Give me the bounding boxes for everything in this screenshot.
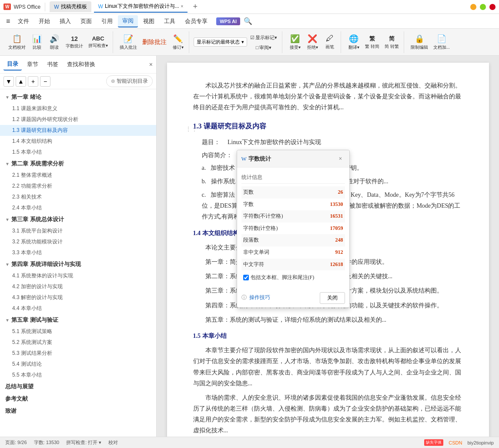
search-icon[interactable]: 🔍 bbox=[244, 17, 252, 25]
menu-view[interactable]: 视图 bbox=[139, 16, 159, 27]
operation-tips-link[interactable]: 操作技巧 bbox=[249, 293, 270, 303]
insert-comment-icon: 📝 bbox=[124, 34, 133, 44]
toc-add-button[interactable]: + bbox=[28, 76, 38, 87]
toc-item-conc[interactable]: 总结与展望 bbox=[0, 381, 156, 393]
toc-item-1-3[interactable]: 1.3 课题研究目标及内容 bbox=[0, 125, 156, 136]
simp-to-trad-button[interactable]: 简 简 转繁 bbox=[382, 34, 401, 51]
toc-item-3-1[interactable]: 3.1 系统平台架构设计 bbox=[0, 226, 156, 236]
compare-button[interactable]: 📊 比较 bbox=[29, 33, 45, 52]
tab-close-icon[interactable]: × bbox=[181, 4, 184, 9]
toc-item-ch5[interactable]: ▼ 第五章 测试与验证 bbox=[0, 314, 156, 326]
menu-file[interactable]: 文件 bbox=[13, 16, 33, 27]
doc-encrypt-button[interactable]: 📄 文档加... bbox=[431, 33, 452, 52]
include-textbox-checkbox[interactable]: 包括文本框、脚注和尾注(F) bbox=[241, 270, 345, 285]
menu-reference[interactable]: 引用 bbox=[97, 16, 117, 27]
toc-conc-label: 总结与展望 bbox=[5, 383, 33, 391]
spell-check-button[interactable]: ABC 拼写检查▾ bbox=[86, 34, 110, 50]
wps-ai-button[interactable]: WPS AI bbox=[216, 17, 240, 25]
track-changes-button[interactable]: ✏️ 修订▾ bbox=[170, 33, 186, 52]
toc-item-2-3[interactable]: 2.3 相关技术 bbox=[0, 192, 156, 202]
hamburger-menu[interactable]: ≡ bbox=[3, 16, 13, 27]
toc-item-5-1[interactable]: 5.1 系统测试策略 bbox=[0, 326, 156, 337]
doc-check-button[interactable]: 📋 文档校对 bbox=[6, 33, 28, 52]
sidebar-tab-toc[interactable]: 目录 bbox=[3, 58, 22, 71]
spell-check-status[interactable]: 拼写检查: 打开 ▾ bbox=[66, 439, 101, 446]
stat-row-pages: 页数 26 bbox=[241, 186, 345, 199]
new-tab-button[interactable]: + bbox=[190, 2, 200, 11]
toc-item-4-4[interactable]: 4.4 本章小结 bbox=[0, 303, 156, 314]
section-14-para6: 第五章：系统的测试与验证，详细介绍系统的测试结果以及相关的... bbox=[193, 314, 463, 325]
trad-to-simp-button[interactable]: 繁 繁 转简 bbox=[363, 34, 382, 51]
toc-item-ch1[interactable]: ▼ 第一章 绪论 bbox=[0, 91, 156, 103]
sidebar-close-button[interactable]: × bbox=[149, 61, 153, 68]
toc-item-5-3[interactable]: 5.3 测试结果分析 bbox=[0, 348, 156, 359]
stats-section-label: 统计信息 bbox=[241, 172, 345, 184]
stat-value-paragraphs: 248 bbox=[335, 236, 343, 245]
word-count-button[interactable]: 12 字数统计 bbox=[64, 34, 85, 51]
toc-item-ch2[interactable]: ▼ 第二章 系统需求分析 bbox=[0, 158, 156, 170]
close-button[interactable] bbox=[489, 4, 496, 10]
accept-button[interactable]: ✅ 接受▾ bbox=[287, 33, 303, 52]
tab-template[interactable]: W 找稿壳模板 bbox=[50, 1, 91, 12]
menu-vip[interactable]: 会员专享 bbox=[181, 16, 212, 27]
stat-label-chars-space: 字符数(计空格) bbox=[243, 224, 278, 233]
toc-item-2-2[interactable]: 2.2 功能需求分析 bbox=[0, 181, 156, 192]
accept-label: 接受▾ bbox=[290, 44, 301, 51]
toc-item-ch3[interactable]: ▼ 第三章 系统总体设计 bbox=[0, 213, 156, 226]
trad-to-simp-label: 繁 转简 bbox=[365, 44, 379, 50]
restrict-edit-button[interactable]: 🔒 限制编辑 bbox=[409, 33, 430, 52]
toc-item-3-3[interactable]: 3.3 本章小结 bbox=[0, 247, 156, 258]
toc-expand-button[interactable]: ▼ bbox=[3, 76, 14, 87]
toc-item-1-1[interactable]: 1.1 课题来源和意义 bbox=[0, 103, 156, 114]
sidebar-tab-findreplace[interactable]: 查找和替换 bbox=[64, 59, 99, 70]
toolbar-group-review: 📋 文档校对 📊 比较 🔊 朗读 12 字数统计 ABC 拼写检查▾ bbox=[3, 31, 113, 53]
display-state-dropdown[interactable]: 显示标记的最终状态 ▾ bbox=[194, 37, 247, 47]
toc-ch2-label: 第二章 系统需求分析 bbox=[11, 160, 64, 168]
toc-item-3-2[interactable]: 3.2 系统功能模块设计 bbox=[0, 236, 156, 247]
menu-start[interactable]: 开始 bbox=[34, 16, 54, 27]
toc-item-ref[interactable]: 参考文献 bbox=[0, 393, 156, 405]
toc-item-5-2[interactable]: 5.2 系统测试方案 bbox=[0, 337, 156, 348]
doc-area: 术以及芯片技术的融合正日益紧密，其产品的分界线越来越模糊，彼此相互侵蚀、交融和分… bbox=[157, 56, 499, 437]
ai-recognize-toc-button[interactable]: ⊙ 智能识别目录 bbox=[106, 75, 153, 87]
topic-label: 题目： bbox=[202, 139, 220, 145]
show-markup-button[interactable]: ☑ 显示标记▾ bbox=[248, 33, 279, 42]
toc-collapse-button[interactable]: ▲ bbox=[16, 76, 26, 87]
menu-insert[interactable]: 插入 bbox=[55, 16, 75, 27]
toc-item-2-4[interactable]: 2.4 本章小结 bbox=[0, 202, 156, 213]
maximize-button[interactable] bbox=[480, 4, 486, 10]
translate-button[interactable]: 🌐 翻译▾ bbox=[345, 33, 362, 52]
toc-item-5-4[interactable]: 5.4 测试结论 bbox=[0, 359, 156, 370]
word-count-icon: 12 bbox=[71, 35, 78, 42]
insert-comment-button[interactable]: 📝 插入批注 bbox=[117, 33, 139, 52]
sidebar-tab-chapter[interactable]: 章节 bbox=[23, 59, 42, 70]
dialog-close-x[interactable]: × bbox=[336, 155, 345, 163]
dialog-close-button[interactable]: 关闭 bbox=[320, 292, 345, 304]
sidebar-tab-bookmark[interactable]: 书签 bbox=[44, 59, 62, 70]
toc-item-ack[interactable]: 致谢 bbox=[0, 405, 156, 417]
read-aloud-button[interactable]: 🔊 朗读 bbox=[46, 33, 63, 52]
toc-item-4-3[interactable]: 4.3 解密的设计与实现 bbox=[0, 292, 156, 303]
toc-item-1-4[interactable]: 1.4 本文组织结构 bbox=[0, 136, 156, 147]
minimize-button[interactable] bbox=[470, 4, 476, 10]
tab-template-label: 找稿壳模板 bbox=[61, 3, 87, 10]
brush-button[interactable]: 🖊 画笔 bbox=[322, 33, 338, 51]
toc-ch5-label: 第五章 测试与验证 bbox=[11, 316, 58, 324]
delete-comment-button[interactable]: 删除批注 bbox=[140, 37, 169, 47]
toc-item-5-5[interactable]: 5.5 本章小结 bbox=[0, 370, 156, 381]
toc-item-2-1[interactable]: 2.1 整体需求概述 bbox=[0, 170, 156, 181]
menu-review[interactable]: 审阅 bbox=[118, 15, 138, 27]
toc-item-1-2[interactable]: 1.2 课题国内外研究现状分析 bbox=[0, 114, 156, 125]
reject-label: 拒绝▾ bbox=[307, 44, 318, 51]
toc-item-4-1[interactable]: 4.1 系统整体的设计与实现 bbox=[0, 270, 156, 281]
review-panel-button[interactable]: □ 审阅▾ bbox=[248, 43, 279, 52]
textbox-checkbox-input[interactable] bbox=[243, 275, 249, 280]
toc-item-ch4[interactable]: ▼ 第四章 系统详细设计与实现 bbox=[0, 258, 156, 270]
tab-document[interactable]: W Linux下文件加密软件的设计与... × bbox=[94, 1, 188, 13]
menu-tools[interactable]: 工具 bbox=[160, 16, 180, 27]
reject-button[interactable]: ❌ 拒绝▾ bbox=[304, 33, 321, 52]
menu-page[interactable]: 页面 bbox=[76, 16, 96, 27]
toc-item-4-2[interactable]: 4.2 加密的设计与实现 bbox=[0, 281, 156, 292]
toc-item-1-5[interactable]: 1.5 本章小结 bbox=[0, 147, 156, 158]
toc-remove-button[interactable]: − bbox=[40, 76, 50, 87]
